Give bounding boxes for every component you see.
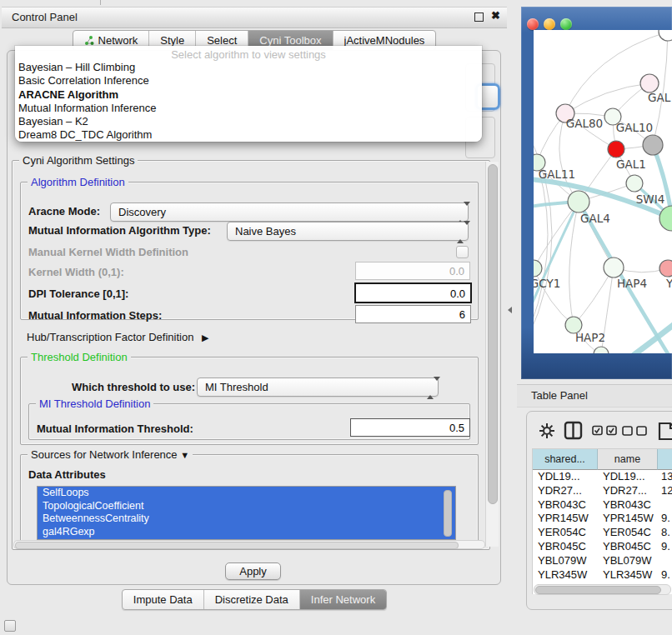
attribute-list-item[interactable]: SelfLoops xyxy=(38,487,455,500)
close-panel-icon[interactable]: ✖ xyxy=(491,9,500,22)
apply-button[interactable]: Apply xyxy=(225,562,281,580)
attributes-vscroll-thumb[interactable] xyxy=(444,490,452,537)
dropdown-item[interactable]: Bayesian – K2 xyxy=(18,115,479,128)
network-node[interactable] xyxy=(659,30,672,41)
mi-type-value: Naive Bayes xyxy=(235,225,296,238)
settings-vscroll-thumb[interactable] xyxy=(488,164,498,504)
attribute-list-item[interactable]: TopologicalCoefficient xyxy=(38,500,455,513)
table-panel-title: Table Panel xyxy=(531,389,588,402)
window-close-icon[interactable] xyxy=(527,18,539,30)
aracne-mode-select[interactable]: Discovery xyxy=(110,202,469,222)
dropdown-item[interactable]: Bayesian – Hill Climbing xyxy=(18,61,479,74)
table-cell: 9. xyxy=(661,568,670,582)
network-node-gcy1[interactable] xyxy=(534,260,542,277)
table-row[interactable]: YPR145WYPR145W9. xyxy=(533,512,672,526)
dpi-tolerance-label: DPI Tolerance [0,1]: xyxy=(28,288,128,300)
table-cell: YBR045C xyxy=(603,540,651,554)
attribute-list-item[interactable]: gal4RGexp xyxy=(38,526,455,539)
network-node[interactable] xyxy=(594,347,609,353)
table-hscroll-thumb[interactable] xyxy=(535,586,661,594)
network-node[interactable] xyxy=(643,135,663,155)
network-node-swi4[interactable] xyxy=(626,175,643,192)
tab-infer-network[interactable]: Infer Network xyxy=(300,590,386,609)
deselect-all-checkboxes-icon[interactable] xyxy=(622,426,648,436)
table-row[interactable]: YBL079WYBL079W xyxy=(533,554,672,568)
network-node-gal[interactable] xyxy=(640,74,659,92)
table-cell: YER054C xyxy=(603,526,651,540)
network-node-label: GAL10 xyxy=(616,121,653,134)
sources-legend-wrap: Sources for Network Inference ▼ xyxy=(28,448,193,462)
splitter-collapse-arrow-icon[interactable] xyxy=(508,307,512,313)
dpi-tolerance-value: 0.0 xyxy=(450,287,465,299)
table-row[interactable]: YDL19...YDL19...13 xyxy=(533,470,672,484)
table-panel-titlebar: Table Panel xyxy=(517,384,672,408)
network-view-window[interactable]: GALGAL80GAL10GAL1GAL11SWI4GAL4GCY1HAP4YH… xyxy=(521,7,672,379)
window-zoom-icon[interactable] xyxy=(560,18,572,30)
mi-steps-input[interactable]: 6 xyxy=(355,305,471,323)
table-row[interactable]: YLR345WYLR345W9. xyxy=(533,568,672,582)
table-cell: 13 xyxy=(661,470,672,484)
tab-discretize-data[interactable]: Discretize Data xyxy=(204,590,300,609)
tab-impute-data[interactable]: Impute Data xyxy=(123,590,204,609)
table-column-header[interactable] xyxy=(658,449,672,470)
dropdown-item[interactable]: Mutual Information Inference xyxy=(18,102,479,115)
manual-kernel-checkbox[interactable] xyxy=(456,246,469,258)
table-header-row: shared...name xyxy=(533,449,672,470)
which-threshold-select[interactable]: MI Threshold xyxy=(197,378,439,397)
table-row[interactable]: YER054CYER054C8. xyxy=(533,526,672,540)
data-attributes-list[interactable]: SelfLoopsTopologicalCoefficientBetweenne… xyxy=(37,486,456,540)
table-settings-gear-icon[interactable] xyxy=(539,422,555,439)
dropdown-item[interactable]: ARACNE Algorithm xyxy=(18,88,479,102)
split-columns-icon[interactable] xyxy=(564,421,583,440)
table-cell: YDR27... xyxy=(603,484,647,498)
mi-threshold-legend: MI Threshold Definition xyxy=(36,398,153,410)
table-cell: YBL079W xyxy=(538,554,587,568)
tab-label: Infer Network xyxy=(311,591,375,609)
threshold-definition-legend: Threshold Definition xyxy=(28,351,131,363)
table-cell: YLR345W xyxy=(603,568,652,582)
float-panel-icon[interactable] xyxy=(474,12,484,22)
collapsed-panel-icon[interactable] xyxy=(4,620,16,632)
settings-hscroll-thumb[interactable] xyxy=(15,542,459,549)
network-canvas[interactable]: GALGAL80GAL10GAL1GAL11SWI4GAL4GCY1HAP4YH… xyxy=(534,30,672,353)
network-node-gal4[interactable] xyxy=(568,191,589,212)
table-horizontal-scrollbar[interactable] xyxy=(534,584,671,595)
mi-type-select[interactable]: Naive Bayes xyxy=(227,222,469,241)
aracne-mode-value: Discovery xyxy=(118,206,166,218)
settings-vertical-scrollbar[interactable] xyxy=(485,162,499,547)
mi-type-label: Mutual Information Algorithm Type: xyxy=(28,224,211,237)
hub-expander-label: Hub/Transcription Factor Definition xyxy=(27,331,193,343)
table-cell: YBR045C xyxy=(538,540,586,554)
kernel-width-label: Kernel Width (0,1): xyxy=(28,266,124,278)
table-row[interactable]: YBR045CYBR045C9. xyxy=(533,540,672,554)
bottom-tab-group: Impute DataDiscretize DataInfer Network xyxy=(122,589,387,610)
expander-expanded-icon[interactable]: ▼ xyxy=(180,450,189,460)
network-node-hap4[interactable] xyxy=(604,258,624,278)
table-cell: YDL19... xyxy=(603,470,645,484)
hub-expander[interactable]: Hub/Transcription Factor Definition ▶ xyxy=(27,331,208,343)
table-column-header[interactable]: name xyxy=(598,449,658,470)
table-column-header[interactable]: shared... xyxy=(533,449,598,470)
sources-legend: Sources for Network Inference xyxy=(31,448,178,461)
settings-horizontal-scrollbar[interactable] xyxy=(13,540,485,549)
window-minimize-icon[interactable] xyxy=(544,18,555,30)
network-node-label: GAL80 xyxy=(566,117,603,130)
select-all-checkboxes-icon[interactable] xyxy=(592,425,618,436)
dropdown-item[interactable]: Basic Correlation Inference xyxy=(18,74,479,88)
mi-threshold-input[interactable]: 0.5 xyxy=(350,418,470,437)
table-row[interactable]: YDR27...YDR27...12 xyxy=(533,484,672,498)
network-node-gal1[interactable] xyxy=(608,141,624,158)
kernel-width-input[interactable]: 0.0 xyxy=(355,262,470,280)
node-table[interactable]: shared...name YDL19...YDL19...13YDR27...… xyxy=(532,448,672,594)
table-row[interactable]: YBR043CYBR043C xyxy=(533,498,672,512)
network-edge xyxy=(565,83,649,113)
dpi-tolerance-input[interactable]: 0.0 xyxy=(354,282,472,303)
kernel-width-value: 0.0 xyxy=(449,265,464,278)
network-node-y[interactable] xyxy=(659,260,672,277)
table-cell: YBR043C xyxy=(538,498,586,512)
dropdown-item[interactable]: Dream8 DC_TDC Algorithm xyxy=(18,128,479,142)
network-node-label: HAP2 xyxy=(575,331,605,344)
new-table-icon[interactable] xyxy=(658,420,672,442)
attribute-list-item[interactable]: BetweennessCentrality xyxy=(38,512,455,526)
table-cell: YDR27... xyxy=(538,484,582,498)
